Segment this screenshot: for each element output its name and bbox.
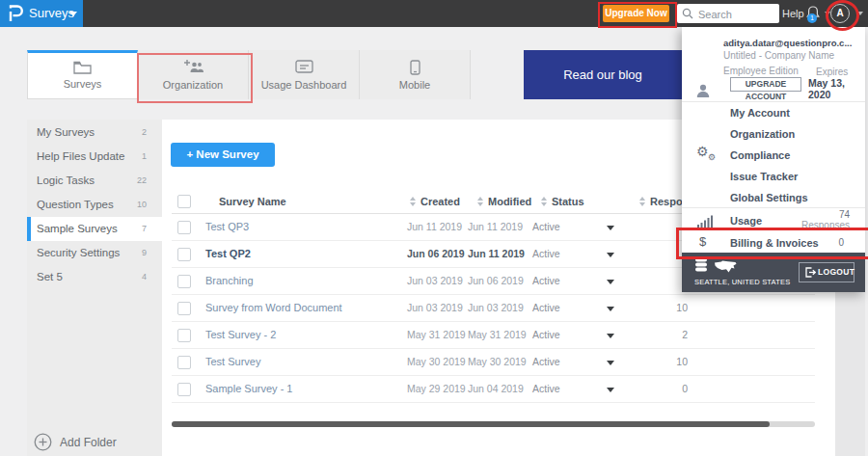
sort-icon[interactable] (410, 197, 417, 206)
row-checkbox[interactable] (177, 275, 191, 288)
sort-icon[interactable] (541, 197, 548, 206)
help-link[interactable]: Help (782, 0, 804, 27)
tab-mobile[interactable]: Mobile (360, 50, 471, 99)
expires-date: May 13, 2020 (808, 77, 865, 100)
folder-count: 22 (137, 169, 147, 193)
app-screen: Surveys Upgrade Now Help 1 A Surveys Org… (0, 0, 868, 456)
responses-count: 0 (635, 376, 688, 402)
survey-name-link[interactable]: Test QP2 (205, 241, 251, 267)
survey-name-link[interactable]: Test Survey (205, 349, 260, 375)
row-checkbox[interactable] (177, 302, 191, 315)
created-date: May 29 2019 (407, 376, 466, 402)
horizontal-scrollbar-thumb[interactable] (172, 421, 770, 427)
column-header-created[interactable]: Created (420, 189, 460, 214)
column-header-survey-name[interactable]: Survey Name (219, 189, 286, 214)
modified-date: May 31 2019 (468, 322, 527, 348)
menu-item-my-account[interactable]: My Account (730, 102, 855, 123)
folder-icon (28, 61, 137, 78)
brand-label: Surveys (29, 0, 74, 27)
product-menu[interactable]: Surveys (0, 0, 83, 27)
modified-date: Jun 06 2019 (468, 268, 524, 294)
status-dropdown-caret[interactable] (607, 307, 614, 311)
status-text: Active (532, 241, 560, 267)
questionpro-logo-icon (8, 5, 23, 22)
status-dropdown-caret[interactable] (607, 388, 614, 392)
created-date: Jun 03 2019 (407, 268, 463, 294)
status-dropdown-caret[interactable] (607, 226, 614, 230)
status-text: Active (532, 376, 560, 402)
created-date: May 31 2019 (407, 322, 466, 348)
table-row: Survey from Word Document Jun 03 2019 Ju… (172, 295, 815, 322)
new-survey-button[interactable]: + New Survey (171, 143, 275, 167)
survey-name-link[interactable]: Sample Survey - 1 (205, 376, 292, 402)
usage-bars-icon (697, 215, 713, 228)
table-row: Test Survey - 2 May 31 2019 May 31 2019 … (172, 322, 815, 349)
row-checkbox[interactable] (177, 221, 191, 234)
status-dropdown-caret[interactable] (607, 280, 614, 284)
row-checkbox[interactable] (177, 248, 191, 261)
folder-count: 10 (137, 193, 147, 217)
menu-item-global-settings[interactable]: Global Settings (730, 187, 855, 208)
sidebar-item-my-surveys[interactable]: My Surveys2 (27, 121, 162, 145)
server-datacenter-icon (694, 257, 708, 273)
folder-count: 9 (142, 241, 147, 265)
row-checkbox[interactable] (177, 383, 191, 396)
gears-icon: ⚙⚙ (696, 144, 719, 167)
survey-name-link[interactable]: Test QP3 (205, 214, 249, 240)
add-folder-button[interactable]: Add Folder (34, 430, 159, 455)
tab-label: Usage Dashboard (249, 79, 359, 91)
plus-circle-icon (34, 433, 52, 451)
tab-label: Mobile (360, 79, 470, 91)
mobile-icon (360, 60, 470, 79)
responses-count: 10 (635, 349, 688, 375)
person-icon (695, 83, 711, 98)
sidebar-item-security-settings[interactable]: Security Settings9 (27, 241, 162, 265)
modified-date: Jun 03 2019 (468, 295, 524, 321)
tab-label: Surveys (28, 78, 137, 90)
horizontal-scrollbar-track[interactable] (172, 421, 815, 427)
sidebar-item-logic-tasks[interactable]: Logic Tasks22 (27, 169, 162, 193)
modified-date: Jun 11 2019 (468, 241, 525, 267)
status-text: Active (532, 322, 560, 348)
tab-surveys[interactable]: Surveys (27, 50, 138, 99)
modified-date: May 30 2019 (468, 349, 527, 375)
row-checkbox[interactable] (177, 356, 191, 369)
survey-name-link[interactable]: Test Survey - 2 (205, 322, 276, 348)
upgrade-account-button[interactable]: UPGRADE ACCOUNT (730, 77, 801, 92)
sidebar-item-sample-surveys[interactable]: Sample Surveys7 (27, 217, 162, 241)
select-all-checkbox[interactable] (177, 195, 191, 208)
logout-button[interactable]: LOGOUT (799, 262, 854, 282)
tab-usage-dashboard[interactable]: Usage Dashboard (249, 50, 360, 99)
responses-count: 2 (635, 322, 688, 348)
sidebar-item-label: My Surveys (37, 126, 95, 138)
modified-date: Jun 11 2019 (468, 214, 523, 240)
logout-label: LOGOUT (818, 263, 854, 282)
sidebar-item-set-5[interactable]: Set 54 (27, 265, 162, 289)
sidebar-item-help-files-update[interactable]: Help Files Update1 (27, 145, 162, 169)
column-header-modified[interactable]: Modified (488, 189, 531, 214)
table-row: Test Survey May 30 2019 May 30 2019 Acti… (172, 349, 815, 376)
account-edition: Employee Edition (723, 66, 799, 76)
folder-count: 2 (142, 121, 147, 145)
sidebar-item-question-types[interactable]: Question Types10 (27, 193, 162, 217)
sort-icon[interactable] (639, 197, 646, 206)
column-header-status[interactable]: Status (552, 189, 584, 214)
created-date: Jun 11 2019 (407, 214, 462, 240)
survey-name-link[interactable]: Survey from Word Document (205, 295, 342, 321)
notification-badge: 1 (807, 13, 817, 23)
row-checkbox[interactable] (177, 329, 191, 342)
menu-item-compliance[interactable]: Compliance (730, 145, 855, 166)
sidebar-item-label: Question Types (37, 199, 114, 210)
search-input[interactable] (696, 4, 779, 25)
survey-name-link[interactable]: Branching (205, 268, 254, 294)
datacenter-location: SEATTLE, UNITED STATES (694, 278, 790, 286)
menu-item-issue-tracker[interactable]: Issue Tracker (730, 166, 855, 187)
status-dropdown-caret[interactable] (607, 253, 614, 257)
menu-item-organization[interactable]: Organization (730, 123, 855, 145)
status-dropdown-caret[interactable] (607, 361, 614, 365)
created-date: Jun 03 2019 (407, 295, 463, 321)
sort-icon[interactable] (477, 197, 484, 206)
status-text: Active (532, 268, 560, 294)
status-dropdown-caret[interactable] (607, 334, 614, 338)
folder-count: 1 (142, 145, 147, 169)
